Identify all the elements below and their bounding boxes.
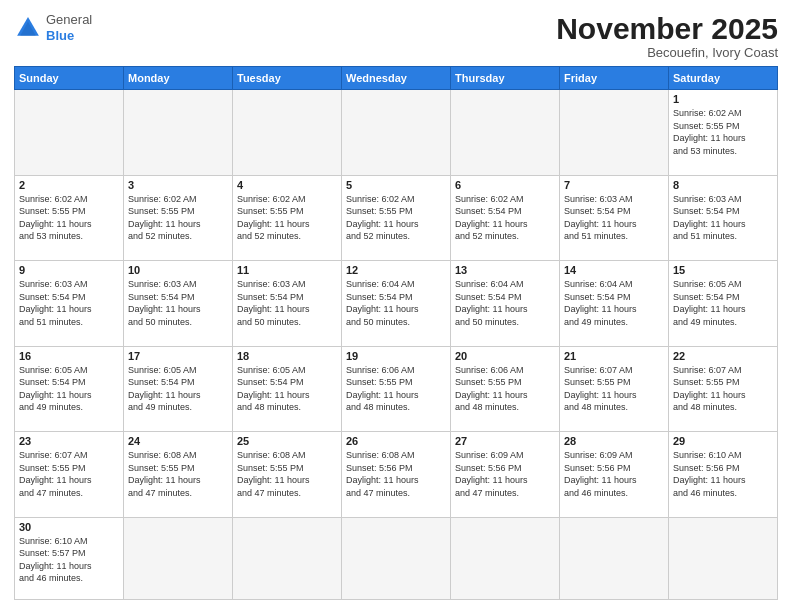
day-info: Sunrise: 6:02 AM Sunset: 5:55 PM Dayligh…	[19, 193, 119, 243]
day-info: Sunrise: 6:10 AM Sunset: 5:57 PM Dayligh…	[19, 535, 119, 585]
day-number: 10	[128, 264, 228, 276]
day-info: Sunrise: 6:08 AM Sunset: 5:56 PM Dayligh…	[346, 449, 446, 499]
day-info: Sunrise: 6:05 AM Sunset: 5:54 PM Dayligh…	[237, 364, 337, 414]
day-info: Sunrise: 6:06 AM Sunset: 5:55 PM Dayligh…	[455, 364, 555, 414]
calendar-cell	[233, 517, 342, 600]
calendar-cell	[124, 90, 233, 176]
calendar-week-row: 23Sunrise: 6:07 AM Sunset: 5:55 PM Dayli…	[15, 432, 778, 518]
calendar-header-sunday: Sunday	[15, 67, 124, 90]
day-number: 25	[237, 435, 337, 447]
day-number: 7	[564, 179, 664, 191]
calendar-cell: 16Sunrise: 6:05 AM Sunset: 5:54 PM Dayli…	[15, 346, 124, 432]
calendar-cell: 3Sunrise: 6:02 AM Sunset: 5:55 PM Daylig…	[124, 175, 233, 261]
calendar-week-row: 9Sunrise: 6:03 AM Sunset: 5:54 PM Daylig…	[15, 261, 778, 347]
calendar-table: SundayMondayTuesdayWednesdayThursdayFrid…	[14, 66, 778, 600]
calendar-week-row: 16Sunrise: 6:05 AM Sunset: 5:54 PM Dayli…	[15, 346, 778, 432]
day-info: Sunrise: 6:07 AM Sunset: 5:55 PM Dayligh…	[673, 364, 773, 414]
day-number: 17	[128, 350, 228, 362]
day-number: 5	[346, 179, 446, 191]
calendar-cell: 29Sunrise: 6:10 AM Sunset: 5:56 PM Dayli…	[669, 432, 778, 518]
calendar-cell: 17Sunrise: 6:05 AM Sunset: 5:54 PM Dayli…	[124, 346, 233, 432]
day-info: Sunrise: 6:05 AM Sunset: 5:54 PM Dayligh…	[19, 364, 119, 414]
calendar-header-thursday: Thursday	[451, 67, 560, 90]
calendar-cell	[560, 90, 669, 176]
day-number: 23	[19, 435, 119, 447]
day-number: 12	[346, 264, 446, 276]
day-info: Sunrise: 6:02 AM Sunset: 5:54 PM Dayligh…	[455, 193, 555, 243]
calendar-cell: 5Sunrise: 6:02 AM Sunset: 5:55 PM Daylig…	[342, 175, 451, 261]
calendar-cell: 24Sunrise: 6:08 AM Sunset: 5:55 PM Dayli…	[124, 432, 233, 518]
calendar-week-row: 30Sunrise: 6:10 AM Sunset: 5:57 PM Dayli…	[15, 517, 778, 600]
calendar-cell	[342, 517, 451, 600]
calendar-header-tuesday: Tuesday	[233, 67, 342, 90]
calendar-cell: 18Sunrise: 6:05 AM Sunset: 5:54 PM Dayli…	[233, 346, 342, 432]
day-info: Sunrise: 6:05 AM Sunset: 5:54 PM Dayligh…	[128, 364, 228, 414]
calendar-header-saturday: Saturday	[669, 67, 778, 90]
day-info: Sunrise: 6:03 AM Sunset: 5:54 PM Dayligh…	[564, 193, 664, 243]
day-number: 15	[673, 264, 773, 276]
calendar-cell: 7Sunrise: 6:03 AM Sunset: 5:54 PM Daylig…	[560, 175, 669, 261]
day-number: 30	[19, 521, 119, 533]
calendar-cell: 25Sunrise: 6:08 AM Sunset: 5:55 PM Dayli…	[233, 432, 342, 518]
calendar-cell: 9Sunrise: 6:03 AM Sunset: 5:54 PM Daylig…	[15, 261, 124, 347]
title-section: November 2025 Becouefin, Ivory Coast	[556, 12, 778, 60]
calendar-cell: 8Sunrise: 6:03 AM Sunset: 5:54 PM Daylig…	[669, 175, 778, 261]
calendar-header-friday: Friday	[560, 67, 669, 90]
day-number: 18	[237, 350, 337, 362]
calendar-cell	[124, 517, 233, 600]
day-number: 13	[455, 264, 555, 276]
day-info: Sunrise: 6:03 AM Sunset: 5:54 PM Dayligh…	[128, 278, 228, 328]
day-info: Sunrise: 6:07 AM Sunset: 5:55 PM Dayligh…	[564, 364, 664, 414]
calendar-cell	[233, 90, 342, 176]
calendar-cell: 21Sunrise: 6:07 AM Sunset: 5:55 PM Dayli…	[560, 346, 669, 432]
calendar-cell	[342, 90, 451, 176]
day-info: Sunrise: 6:06 AM Sunset: 5:55 PM Dayligh…	[346, 364, 446, 414]
calendar-cell	[669, 517, 778, 600]
day-number: 24	[128, 435, 228, 447]
day-info: Sunrise: 6:03 AM Sunset: 5:54 PM Dayligh…	[237, 278, 337, 328]
calendar-cell: 23Sunrise: 6:07 AM Sunset: 5:55 PM Dayli…	[15, 432, 124, 518]
calendar-cell: 11Sunrise: 6:03 AM Sunset: 5:54 PM Dayli…	[233, 261, 342, 347]
day-info: Sunrise: 6:05 AM Sunset: 5:54 PM Dayligh…	[673, 278, 773, 328]
calendar-cell: 14Sunrise: 6:04 AM Sunset: 5:54 PM Dayli…	[560, 261, 669, 347]
page: General Blue November 2025 Becouefin, Iv…	[0, 0, 792, 612]
day-info: Sunrise: 6:08 AM Sunset: 5:55 PM Dayligh…	[237, 449, 337, 499]
header: General Blue November 2025 Becouefin, Iv…	[14, 12, 778, 60]
day-number: 8	[673, 179, 773, 191]
calendar-cell	[451, 517, 560, 600]
day-number: 16	[19, 350, 119, 362]
calendar-cell: 30Sunrise: 6:10 AM Sunset: 5:57 PM Dayli…	[15, 517, 124, 600]
day-number: 1	[673, 93, 773, 105]
calendar-cell: 27Sunrise: 6:09 AM Sunset: 5:56 PM Dayli…	[451, 432, 560, 518]
month-title: November 2025	[556, 12, 778, 45]
day-info: Sunrise: 6:03 AM Sunset: 5:54 PM Dayligh…	[673, 193, 773, 243]
day-number: 26	[346, 435, 446, 447]
day-number: 3	[128, 179, 228, 191]
day-number: 21	[564, 350, 664, 362]
calendar-cell: 19Sunrise: 6:06 AM Sunset: 5:55 PM Dayli…	[342, 346, 451, 432]
day-info: Sunrise: 6:04 AM Sunset: 5:54 PM Dayligh…	[346, 278, 446, 328]
calendar-cell: 6Sunrise: 6:02 AM Sunset: 5:54 PM Daylig…	[451, 175, 560, 261]
calendar-cell: 13Sunrise: 6:04 AM Sunset: 5:54 PM Dayli…	[451, 261, 560, 347]
calendar-cell	[15, 90, 124, 176]
day-info: Sunrise: 6:04 AM Sunset: 5:54 PM Dayligh…	[455, 278, 555, 328]
day-info: Sunrise: 6:02 AM Sunset: 5:55 PM Dayligh…	[346, 193, 446, 243]
day-number: 22	[673, 350, 773, 362]
calendar-cell: 20Sunrise: 6:06 AM Sunset: 5:55 PM Dayli…	[451, 346, 560, 432]
day-number: 14	[564, 264, 664, 276]
day-info: Sunrise: 6:04 AM Sunset: 5:54 PM Dayligh…	[564, 278, 664, 328]
logo-blue: Blue	[46, 28, 74, 43]
day-number: 28	[564, 435, 664, 447]
calendar-cell	[451, 90, 560, 176]
logo-icon	[14, 14, 42, 42]
day-info: Sunrise: 6:09 AM Sunset: 5:56 PM Dayligh…	[564, 449, 664, 499]
day-number: 27	[455, 435, 555, 447]
calendar-cell: 1Sunrise: 6:02 AM Sunset: 5:55 PM Daylig…	[669, 90, 778, 176]
day-number: 11	[237, 264, 337, 276]
day-info: Sunrise: 6:02 AM Sunset: 5:55 PM Dayligh…	[128, 193, 228, 243]
calendar-cell: 28Sunrise: 6:09 AM Sunset: 5:56 PM Dayli…	[560, 432, 669, 518]
day-number: 2	[19, 179, 119, 191]
logo-text: General Blue	[46, 12, 92, 43]
day-number: 20	[455, 350, 555, 362]
day-info: Sunrise: 6:02 AM Sunset: 5:55 PM Dayligh…	[237, 193, 337, 243]
